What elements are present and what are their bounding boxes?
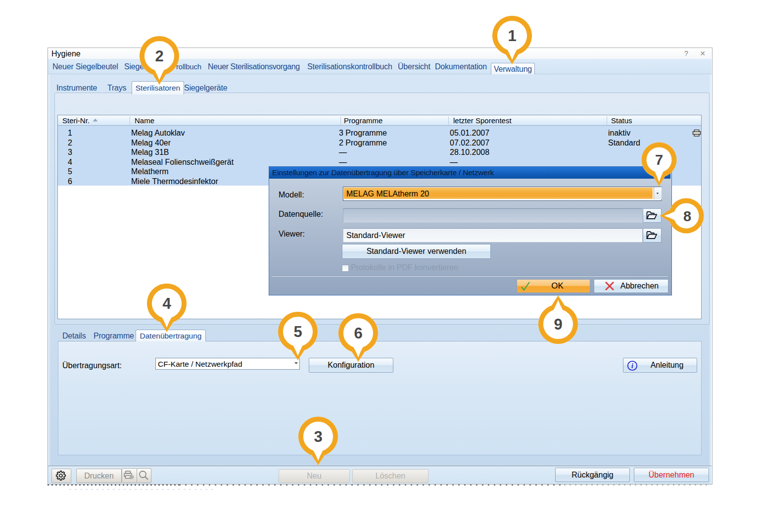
svg-text:9: 9 [554,316,562,333]
svg-text:8: 8 [683,208,691,224]
svg-text:5: 5 [293,323,302,340]
svg-text:6: 6 [354,325,362,342]
svg-text:3: 3 [314,428,322,445]
svg-text:4: 4 [162,295,171,312]
svg-text:7: 7 [655,152,663,168]
svg-text:2: 2 [155,48,163,65]
svg-text:1: 1 [508,27,516,45]
